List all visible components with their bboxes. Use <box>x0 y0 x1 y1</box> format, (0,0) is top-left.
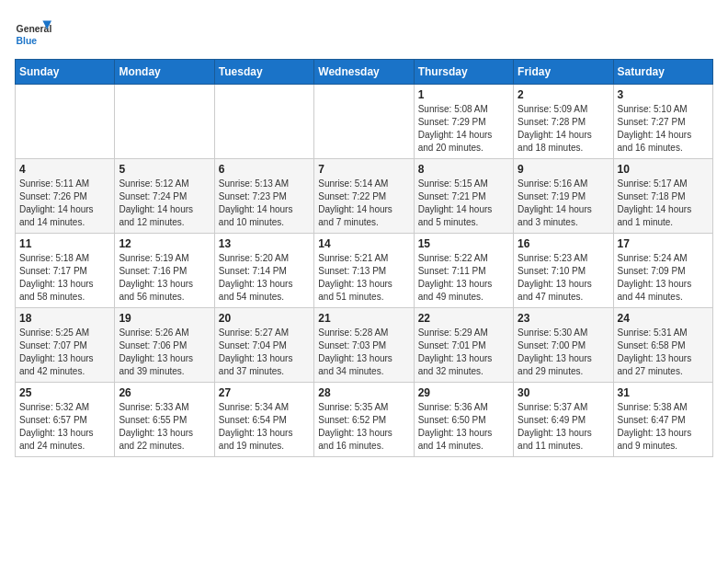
header-cell-monday: Monday <box>115 60 214 85</box>
day-info: Sunrise: 5:13 AMSunset: 7:23 PMDaylight:… <box>219 178 310 229</box>
day-number: 25 <box>19 386 110 399</box>
day-cell: 11Sunrise: 5:18 AMSunset: 7:17 PMDayligh… <box>16 234 115 308</box>
day-info: Sunrise: 5:10 AMSunset: 7:27 PMDaylight:… <box>618 103 709 155</box>
header-cell-thursday: Thursday <box>414 60 513 85</box>
day-number: 7 <box>318 163 409 176</box>
day-number: 15 <box>418 237 509 250</box>
day-cell: 6Sunrise: 5:13 AMSunset: 7:23 PMDaylight… <box>214 159 313 234</box>
day-info: Sunrise: 5:21 AMSunset: 7:13 PMDaylight:… <box>318 252 409 304</box>
day-cell: 8Sunrise: 5:15 AMSunset: 7:21 PMDaylight… <box>414 159 513 234</box>
day-info: Sunrise: 5:31 AMSunset: 6:58 PMDaylight:… <box>618 327 709 378</box>
day-info: Sunrise: 5:19 AMSunset: 7:16 PMDaylight:… <box>119 252 210 304</box>
day-info: Sunrise: 5:16 AMSunset: 7:19 PMDaylight:… <box>518 178 609 229</box>
day-info: Sunrise: 5:29 AMSunset: 7:01 PMDaylight:… <box>418 327 509 378</box>
day-info: Sunrise: 5:14 AMSunset: 7:22 PMDaylight:… <box>318 178 409 229</box>
day-cell: 20Sunrise: 5:27 AMSunset: 7:04 PMDayligh… <box>214 308 313 383</box>
day-number: 17 <box>618 237 709 250</box>
day-info: Sunrise: 5:25 AMSunset: 7:07 PMDaylight:… <box>19 327 110 378</box>
day-info: Sunrise: 5:08 AMSunset: 7:29 PMDaylight:… <box>418 103 509 155</box>
day-number: 5 <box>119 163 210 176</box>
header-cell-tuesday: Tuesday <box>214 60 313 85</box>
day-cell: 27Sunrise: 5:34 AMSunset: 6:54 PMDayligh… <box>214 383 313 457</box>
day-cell: 14Sunrise: 5:21 AMSunset: 7:13 PMDayligh… <box>314 234 414 308</box>
day-cell: 16Sunrise: 5:23 AMSunset: 7:10 PMDayligh… <box>514 234 613 308</box>
day-info: Sunrise: 5:22 AMSunset: 7:11 PMDaylight:… <box>418 252 509 304</box>
day-info: Sunrise: 5:17 AMSunset: 7:18 PMDaylight:… <box>618 178 709 229</box>
day-cell: 4Sunrise: 5:11 AMSunset: 7:26 PMDaylight… <box>16 159 115 234</box>
day-number: 14 <box>318 237 409 250</box>
day-cell: 23Sunrise: 5:30 AMSunset: 7:00 PMDayligh… <box>514 308 613 383</box>
day-cell: 19Sunrise: 5:26 AMSunset: 7:06 PMDayligh… <box>115 308 214 383</box>
header-cell-sunday: Sunday <box>16 60 115 85</box>
day-info: Sunrise: 5:24 AMSunset: 7:09 PMDaylight:… <box>618 252 709 304</box>
day-cell: 12Sunrise: 5:19 AMSunset: 7:16 PMDayligh… <box>115 234 214 308</box>
day-number: 30 <box>518 386 609 399</box>
day-cell: 5Sunrise: 5:12 AMSunset: 7:24 PMDaylight… <box>115 159 214 234</box>
day-info: Sunrise: 5:15 AMSunset: 7:21 PMDaylight:… <box>418 178 509 229</box>
day-number: 2 <box>518 88 609 101</box>
day-cell <box>314 85 414 159</box>
day-info: Sunrise: 5:09 AMSunset: 7:28 PMDaylight:… <box>518 103 609 155</box>
logo-svg: General Blue <box>15 15 51 52</box>
day-cell: 13Sunrise: 5:20 AMSunset: 7:14 PMDayligh… <box>214 234 313 308</box>
day-info: Sunrise: 5:20 AMSunset: 7:14 PMDaylight:… <box>219 252 310 304</box>
day-number: 11 <box>19 237 110 250</box>
calendar-table: SundayMondayTuesdayWednesdayThursdayFrid… <box>15 59 713 457</box>
week-row-4: 18Sunrise: 5:25 AMSunset: 7:07 PMDayligh… <box>16 308 713 383</box>
day-number: 26 <box>119 386 210 399</box>
day-number: 29 <box>418 386 509 399</box>
header-cell-wednesday: Wednesday <box>314 60 414 85</box>
day-number: 27 <box>219 386 310 399</box>
week-row-2: 4Sunrise: 5:11 AMSunset: 7:26 PMDaylight… <box>16 159 713 234</box>
day-cell <box>115 85 214 159</box>
week-row-3: 11Sunrise: 5:18 AMSunset: 7:17 PMDayligh… <box>16 234 713 308</box>
day-cell <box>16 85 115 159</box>
svg-text:Blue: Blue <box>17 36 38 46</box>
week-row-5: 25Sunrise: 5:32 AMSunset: 6:57 PMDayligh… <box>16 383 713 457</box>
day-cell: 10Sunrise: 5:17 AMSunset: 7:18 PMDayligh… <box>613 159 712 234</box>
day-number: 28 <box>318 386 409 399</box>
day-number: 12 <box>119 237 210 250</box>
day-number: 18 <box>19 312 110 325</box>
day-cell: 18Sunrise: 5:25 AMSunset: 7:07 PMDayligh… <box>16 308 115 383</box>
day-number: 10 <box>618 163 709 176</box>
header-cell-friday: Friday <box>514 60 613 85</box>
week-row-1: 1Sunrise: 5:08 AMSunset: 7:29 PMDaylight… <box>16 85 713 159</box>
day-number: 4 <box>19 163 110 176</box>
day-info: Sunrise: 5:27 AMSunset: 7:04 PMDaylight:… <box>219 327 310 378</box>
day-info: Sunrise: 5:33 AMSunset: 6:55 PMDaylight:… <box>119 401 210 453</box>
day-info: Sunrise: 5:12 AMSunset: 7:24 PMDaylight:… <box>119 178 210 229</box>
day-cell: 7Sunrise: 5:14 AMSunset: 7:22 PMDaylight… <box>314 159 414 234</box>
day-number: 8 <box>418 163 509 176</box>
day-number: 21 <box>318 312 409 325</box>
day-cell: 30Sunrise: 5:37 AMSunset: 6:49 PMDayligh… <box>514 383 613 457</box>
day-cell: 3Sunrise: 5:10 AMSunset: 7:27 PMDaylight… <box>613 85 712 159</box>
day-number: 9 <box>518 163 609 176</box>
day-number: 23 <box>518 312 609 325</box>
day-info: Sunrise: 5:26 AMSunset: 7:06 PMDaylight:… <box>119 327 210 378</box>
header-row: SundayMondayTuesdayWednesdayThursdayFrid… <box>16 60 713 85</box>
day-number: 6 <box>219 163 310 176</box>
day-info: Sunrise: 5:30 AMSunset: 7:00 PMDaylight:… <box>518 327 609 378</box>
day-cell: 17Sunrise: 5:24 AMSunset: 7:09 PMDayligh… <box>613 234 712 308</box>
day-info: Sunrise: 5:36 AMSunset: 6:50 PMDaylight:… <box>418 401 509 453</box>
day-number: 24 <box>618 312 709 325</box>
day-info: Sunrise: 5:18 AMSunset: 7:17 PMDaylight:… <box>19 252 110 304</box>
day-info: Sunrise: 5:38 AMSunset: 6:47 PMDaylight:… <box>618 401 709 453</box>
day-cell: 21Sunrise: 5:28 AMSunset: 7:03 PMDayligh… <box>314 308 414 383</box>
page-header: General Blue <box>15 15 713 52</box>
day-cell: 1Sunrise: 5:08 AMSunset: 7:29 PMDaylight… <box>414 85 513 159</box>
day-cell <box>214 85 313 159</box>
day-number: 20 <box>219 312 310 325</box>
day-cell: 2Sunrise: 5:09 AMSunset: 7:28 PMDaylight… <box>514 85 613 159</box>
day-number: 1 <box>418 88 509 101</box>
day-info: Sunrise: 5:11 AMSunset: 7:26 PMDaylight:… <box>19 178 110 229</box>
day-number: 19 <box>119 312 210 325</box>
day-cell: 9Sunrise: 5:16 AMSunset: 7:19 PMDaylight… <box>514 159 613 234</box>
header-cell-saturday: Saturday <box>613 60 712 85</box>
day-number: 16 <box>518 237 609 250</box>
day-cell: 22Sunrise: 5:29 AMSunset: 7:01 PMDayligh… <box>414 308 513 383</box>
day-number: 22 <box>418 312 509 325</box>
day-info: Sunrise: 5:32 AMSunset: 6:57 PMDaylight:… <box>19 401 110 453</box>
day-number: 3 <box>618 88 709 101</box>
